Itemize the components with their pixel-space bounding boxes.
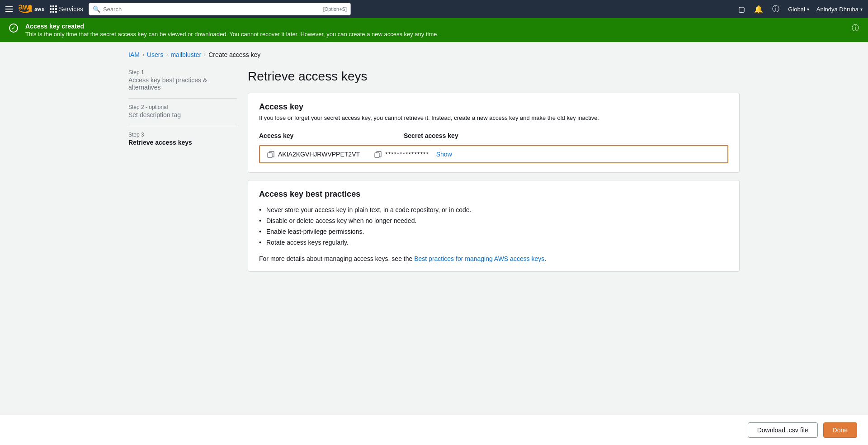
secret-key-masked: *************** [385,151,429,158]
best-practices-card: Access key best practices Never store yo… [248,180,740,272]
services-menu[interactable]: Services [50,5,83,13]
user-label: Anindya Dhruba [816,6,859,13]
sidebar-step-2: Step 2 - optional Set description tag [128,104,237,118]
user-menu[interactable]: Anindya Dhruba ▾ [816,6,863,13]
sidebar-step2-name: Set description tag [128,111,237,118]
secret-key-col: *************** Show [367,146,727,162]
user-chevron: ▾ [860,7,863,12]
breadcrumb-sep-3: › [204,52,206,58]
copy-secret-key-icon[interactable] [374,151,382,158]
show-secret-key-link[interactable]: Show [436,151,452,158]
sidebar-step-1: Step 1 Access key best practices & alter… [128,69,237,91]
breadcrumb-current: Create access key [208,51,260,58]
banner-subtitle: This is the only time that the secret ac… [25,31,439,38]
best-practices-list: Never store your access key in plain tex… [259,204,728,248]
breadcrumb-mailbluster[interactable]: mailbluster [170,51,201,58]
breadcrumb-iam[interactable]: IAM [128,51,140,58]
sidebar-step2-label: Step 2 - optional [128,104,237,110]
page-content: Retrieve access keys Access key If you l… [248,69,740,279]
list-item: Disable or delete access key when no lon… [259,215,728,226]
sidebar-divider-1 [128,98,237,99]
key-display-row: AKIA2KGVHJRWVPPET2VT *************** Sho… [259,145,728,163]
top-navigation: aws Services 🔍 [Option+S] ▢ 🔔 ⓘ Global ▾… [0,0,868,18]
hamburger-menu[interactable] [5,6,13,12]
best-practices-title: Access key best practices [259,189,728,199]
search-bar: 🔍 [Option+S] [89,3,351,15]
footer-text: For more details about managing access k… [259,255,414,262]
success-banner: ✓ Access key created This is the only ti… [0,18,868,42]
nav-right: ▢ 🔔 ⓘ Global ▾ Anindya Dhruba ▾ [736,4,863,14]
success-icon: ✓ [9,24,18,33]
services-label: Services [59,5,83,13]
list-item: Rotate access keys regularly. [259,237,728,248]
col2-header: Secret access key [404,132,728,139]
access-key-card-title: Access key [259,102,728,112]
aws-logo[interactable]: aws [18,5,44,14]
sidebar: Step 1 Access key best practices & alter… [128,69,237,279]
sidebar-step3-name: Retrieve access keys [128,139,237,146]
notification-icon[interactable]: 🔔 [754,4,764,14]
breadcrumb-sep-2: › [166,52,168,58]
region-chevron: ▾ [807,7,809,12]
sidebar-step3-label: Step 3 [128,132,237,138]
access-key-value: AKIA2KGVHJRWVPPET2VT [278,151,360,158]
sidebar-step-3: Step 3 Retrieve access keys [128,132,237,146]
sidebar-divider-2 [128,126,237,126]
banner-info-icon[interactable]: ⓘ [852,24,859,33]
footer-end: . [544,255,546,262]
access-key-col: AKIA2KGVHJRWVPPET2VT [260,146,367,162]
banner-content: Access key created This is the only time… [25,23,439,38]
key-table-headers: Access key Secret access key [259,128,728,143]
svg-rect-1 [268,153,272,157]
content-layout: Step 1 Access key best practices & alter… [128,69,740,279]
terminal-icon[interactable]: ▢ [736,4,746,14]
access-key-card: Access key If you lose or forget your se… [248,93,740,173]
sidebar-step1-label: Step 1 [128,69,237,76]
best-practices-footer: For more details about managing access k… [259,255,728,262]
list-item: Never store your access key in plain tex… [259,204,728,215]
col1-header: Access key [259,132,404,139]
main-container: IAM › Users › mailbluster › Create acces… [118,42,750,288]
best-practices-link[interactable]: Best practices for managing AWS access k… [414,255,544,262]
region-label: Global [788,6,805,13]
sidebar-step1-name: Access key best practices & alternatives [128,76,237,91]
page-title: Retrieve access keys [248,69,740,84]
list-item: Enable least-privilege permissions. [259,226,728,237]
region-selector[interactable]: Global ▾ [788,6,809,13]
grid-icon [50,5,57,13]
search-icon: 🔍 [93,5,100,13]
breadcrumb-sep-1: › [142,52,144,58]
breadcrumb-users[interactable]: Users [147,51,164,58]
svg-rect-3 [375,153,379,157]
search-input[interactable] [103,6,321,13]
search-shortcut: [Option+S] [323,6,347,12]
banner-title: Access key created [25,23,439,30]
help-icon[interactable]: ⓘ [771,4,781,14]
breadcrumb: IAM › Users › mailbluster › Create acces… [128,51,740,58]
access-key-card-subtitle: If you lose or forget your secret access… [259,114,728,121]
copy-access-key-icon[interactable] [267,151,274,158]
